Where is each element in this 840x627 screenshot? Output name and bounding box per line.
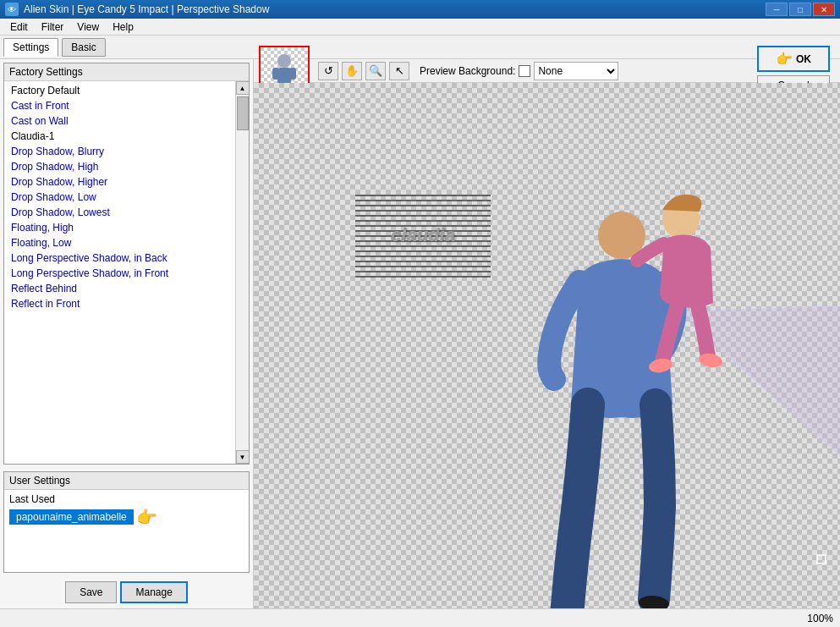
list-item[interactable]: Cast in Front bbox=[4, 98, 235, 113]
title-bar: 👁 Alien Skin | Eye Candy 5 Impact | Pers… bbox=[0, 0, 840, 19]
zoom-tool-button[interactable]: 🔍 bbox=[365, 62, 386, 80]
menu-view[interactable]: View bbox=[70, 19, 106, 35]
left-panel: Factory Settings Factory Default Cast in… bbox=[0, 59, 254, 608]
svg-rect-7 bbox=[272, 68, 279, 80]
list-item[interactable]: Drop Shadow, Low bbox=[4, 190, 235, 205]
tab-toolbar: Settings Basic bbox=[0, 36, 840, 59]
close-button[interactable]: ✕ bbox=[813, 3, 835, 16]
maximize-button[interactable]: □ bbox=[789, 3, 811, 16]
svg-rect-8 bbox=[289, 68, 296, 80]
list-item[interactable]: Reflect Behind bbox=[4, 281, 235, 296]
save-button[interactable]: Save bbox=[65, 581, 117, 603]
user-settings-header: User Settings bbox=[4, 472, 249, 490]
user-settings-body: Last Used papounaime_animabelle 👉 bbox=[4, 490, 249, 572]
menu-edit[interactable]: Edit bbox=[3, 19, 35, 35]
list-item[interactable]: Drop Shadow, Lowest bbox=[4, 205, 235, 220]
factory-settings-header: Factory Settings bbox=[4, 63, 249, 81]
svg-rect-6 bbox=[277, 68, 291, 85]
last-used-label: Last Used bbox=[9, 493, 244, 505]
tab-basic[interactable]: Basic bbox=[62, 38, 105, 57]
preview-bg-label: Preview Background: bbox=[420, 65, 515, 77]
list-item[interactable]: Cast on Wall bbox=[4, 113, 235, 129]
claudia-watermark: claudia bbox=[355, 193, 491, 278]
menu-help[interactable]: Help bbox=[106, 19, 140, 35]
factory-settings-container: Factory Settings Factory Default Cast in… bbox=[3, 63, 250, 465]
list-item[interactable]: Long Perspective Shadow, in Front bbox=[4, 266, 235, 281]
list-item[interactable]: Factory Default bbox=[4, 83, 235, 98]
manage-button[interactable]: Manage bbox=[120, 581, 187, 603]
status-bar: 100% bbox=[0, 608, 840, 627]
menu-filter[interactable]: Filter bbox=[35, 19, 71, 35]
list-scrollbar[interactable]: ▲ ▼ bbox=[235, 81, 249, 464]
tab-settings[interactable]: Settings bbox=[3, 38, 58, 57]
scroll-up-arrow[interactable]: ▲ bbox=[236, 81, 250, 95]
list-item[interactable]: Reflect in Front bbox=[4, 296, 235, 311]
list-item[interactable]: Drop Shadow, High bbox=[4, 159, 235, 174]
list-item[interactable]: Claudia-1 bbox=[4, 129, 235, 144]
list-item[interactable]: Floating, Low bbox=[4, 235, 235, 250]
user-settings-title: User Settings bbox=[9, 475, 70, 487]
zoom-level: 100% bbox=[807, 613, 833, 624]
app-icon: 👁 bbox=[5, 3, 19, 16]
hand-tool-button[interactable]: ✋ bbox=[342, 62, 362, 80]
svg-point-5 bbox=[277, 54, 291, 68]
list-item[interactable]: Floating, High bbox=[4, 220, 235, 235]
user-setting-item: papounaime_animabelle 👉 bbox=[9, 509, 156, 525]
bg-checkbox[interactable] bbox=[519, 65, 530, 77]
list-item[interactable]: Drop Shadow, Blurry bbox=[4, 144, 235, 159]
right-panel: ↺ ✋ 🔍 ↖ Preview Background: None White B… bbox=[254, 59, 840, 608]
person-figure-svg bbox=[503, 168, 825, 608]
panel-buttons: Save Manage bbox=[0, 576, 253, 608]
preview-canvas: claudia bbox=[254, 83, 840, 608]
list-item[interactable]: Drop Shadow, Higher bbox=[4, 174, 235, 190]
minimize-button[interactable]: ─ bbox=[766, 3, 788, 16]
list-item[interactable]: Long Perspective Shadow, in Back bbox=[4, 250, 235, 266]
factory-settings-list: Factory Default Cast in Front Cast on Wa… bbox=[4, 81, 235, 464]
pointer-icon: 👉 bbox=[139, 509, 156, 525]
preview-toolbar: ↺ ✋ 🔍 ↖ Preview Background: None White B… bbox=[254, 59, 840, 83]
select-tool-button[interactable]: ↖ bbox=[389, 62, 409, 80]
rotate-tool-button[interactable]: ↺ bbox=[318, 62, 338, 80]
factory-settings-title: Factory Settings bbox=[9, 66, 83, 78]
user-setting-selected[interactable]: papounaime_animabelle bbox=[9, 509, 134, 525]
main-area: Factory Settings Factory Default Cast in… bbox=[0, 59, 840, 608]
ok-button[interactable]: 👉 OK bbox=[757, 46, 830, 72]
window-title: Alien Skin | Eye Candy 5 Impact | Perspe… bbox=[24, 3, 269, 15]
menu-bar: Edit Filter View Help bbox=[0, 19, 840, 36]
scroll-thumb[interactable] bbox=[237, 96, 249, 130]
preview-bg-dropdown[interactable]: None White Black Custom bbox=[534, 62, 618, 80]
scroll-down-arrow[interactable]: ▼ bbox=[236, 450, 250, 464]
user-settings-container: User Settings Last Used papounaime_anima… bbox=[3, 471, 250, 573]
